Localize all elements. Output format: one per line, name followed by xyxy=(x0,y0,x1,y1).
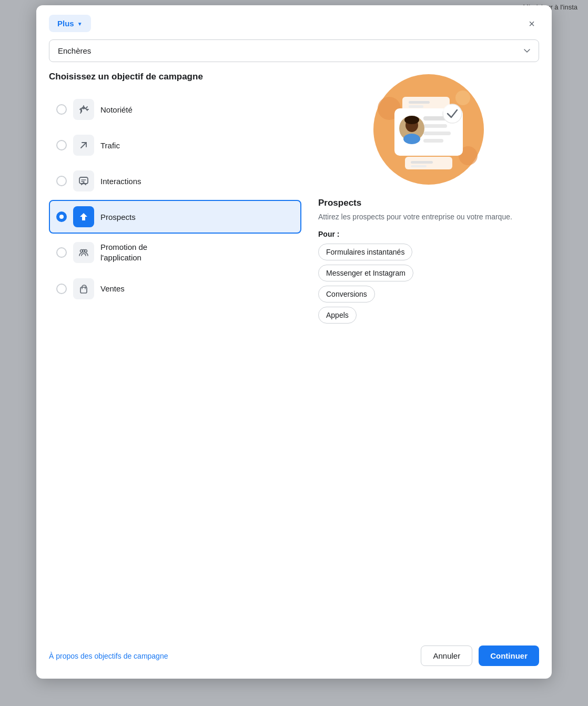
svg-rect-15 xyxy=(423,132,451,135)
plus-button[interactable]: Plus ▼ xyxy=(49,15,91,32)
chevron-down-icon: ▼ xyxy=(77,21,83,27)
trafic-icon xyxy=(73,135,94,156)
radio-promotion xyxy=(56,247,67,258)
promotion-icon xyxy=(73,242,94,263)
modal-body: Choisissez un objectif de campagne xyxy=(36,72,552,635)
svg-rect-22 xyxy=(402,97,450,112)
trafic-label: Trafic xyxy=(100,141,120,150)
svg-rect-27 xyxy=(411,165,427,167)
modal-backdrop: Mis à jour à l'insta Plus ▼ × Enchères B… xyxy=(0,0,588,706)
objective-item-notoriete[interactable]: Notoriété xyxy=(49,93,301,126)
svg-rect-23 xyxy=(409,101,430,104)
notoriete-label: Notoriété xyxy=(100,105,133,114)
prospects-label: Prospects xyxy=(100,213,136,221)
prospects-illustration xyxy=(371,72,486,187)
svg-point-20 xyxy=(403,134,420,144)
continuer-button[interactable]: Continuer xyxy=(479,646,539,666)
objective-item-prospects[interactable]: Prospects xyxy=(49,200,301,234)
svg-marker-3 xyxy=(80,213,87,220)
radio-notoriete xyxy=(56,104,67,115)
close-button[interactable]: × xyxy=(524,16,539,31)
encheres-select[interactable]: Enchères Budget maximum Coût par résulta… xyxy=(49,39,539,62)
svg-rect-26 xyxy=(411,161,433,164)
ventes-icon xyxy=(73,278,94,299)
left-panel: Choisissez un objectif de campagne xyxy=(49,72,301,635)
svg-rect-0 xyxy=(80,109,82,112)
plus-label: Plus xyxy=(57,19,74,28)
objective-item-interactions[interactable]: Interactions xyxy=(49,164,301,198)
objective-item-ventes[interactable]: Ventes xyxy=(49,272,301,306)
svg-rect-14 xyxy=(423,124,447,128)
radio-interactions xyxy=(56,176,67,186)
tag-list: Formulaires instantanés Messenger et Ins… xyxy=(318,244,413,324)
modal-footer: À propos des objectifs de campagne Annul… xyxy=(36,635,552,679)
radio-prospects xyxy=(56,211,67,222)
ventes-label: Ventes xyxy=(100,284,125,293)
interactions-label: Interactions xyxy=(100,177,141,186)
svg-rect-24 xyxy=(409,105,423,108)
prospects-icon xyxy=(73,206,94,227)
svg-point-6 xyxy=(83,250,85,253)
tag-messenger: Messenger et Instagram xyxy=(318,265,413,281)
footer-buttons: Annuler Continuer xyxy=(421,646,539,666)
annuler-button[interactable]: Annuler xyxy=(421,646,472,666)
desc-text: Attirez les prospects pour votre entrepr… xyxy=(318,211,512,223)
radio-trafic xyxy=(56,140,67,150)
promotion-label: Promotion del'application xyxy=(100,242,147,264)
right-panel: Prospects Attirez les prospects pour vot… xyxy=(318,72,539,635)
tag-conversions: Conversions xyxy=(318,286,375,302)
modal-header: Plus ▼ × xyxy=(36,5,552,39)
section-title: Choisissez un objectif de campagne xyxy=(49,72,301,82)
modal-dialog: Plus ▼ × Enchères Budget maximum Coût pa… xyxy=(36,5,552,679)
svg-point-19 xyxy=(404,116,419,124)
encheres-dropdown-section: Enchères Budget maximum Coût par résulta… xyxy=(36,39,552,72)
tag-appels: Appels xyxy=(318,307,357,324)
about-link[interactable]: À propos des objectifs de campagne xyxy=(49,652,168,660)
tag-formulaires: Formulaires instantanés xyxy=(318,244,412,260)
svg-rect-7 xyxy=(80,287,87,293)
close-icon: × xyxy=(529,18,535,29)
desc-title: Prospects xyxy=(318,198,361,208)
svg-point-11 xyxy=(455,90,470,105)
svg-rect-16 xyxy=(423,139,443,143)
objective-item-promotion[interactable]: Promotion del'application xyxy=(49,236,301,270)
notoriete-icon xyxy=(73,99,94,120)
pour-label: Pour : xyxy=(318,230,339,238)
radio-ventes xyxy=(56,284,67,294)
objective-list: Notoriété Trafic xyxy=(49,93,301,306)
interactions-icon xyxy=(73,170,94,191)
objective-item-trafic[interactable]: Trafic xyxy=(49,128,301,162)
